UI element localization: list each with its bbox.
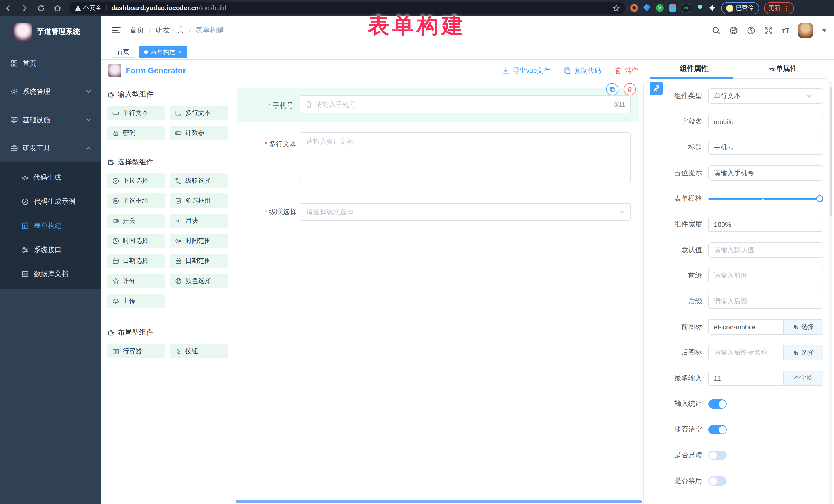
selected-form-item[interactable]: *手机号 请输入手机号 0/11 [237, 88, 639, 122]
form-canvas[interactable]: *手机号 请输入手机号 0/11 *多行文本 请输入多行文本 *级联选择 请选择… [234, 82, 643, 504]
palette-item-checkbox[interactable]: 多选框组 [170, 194, 228, 208]
not-secure-warning[interactable]: 不安全 [75, 4, 102, 12]
disabled-toggle[interactable] [708, 476, 727, 485]
clearable-toggle[interactable] [708, 425, 727, 434]
form-grid-slider[interactable] [708, 191, 823, 206]
sidebar-item-db-doc[interactable]: 数据库文档 [0, 262, 101, 286]
copy-code-button[interactable]: 复制代码 [564, 66, 601, 75]
field-name-input[interactable]: mobile [708, 114, 823, 129]
input-value: 手机号 [714, 143, 734, 152]
close-icon[interactable]: × [179, 49, 182, 54]
extension-icon[interactable] [643, 4, 651, 12]
palette-item-slider[interactable]: 滑块 [170, 214, 228, 228]
breadcrumb-devtools[interactable]: 研发工具 [155, 26, 184, 35]
prefix-icon-pick-button[interactable]: 选择 [783, 319, 823, 335]
horizontal-scrollbar[interactable] [236, 500, 642, 503]
github-icon[interactable] [729, 26, 738, 35]
component-type-select[interactable]: 单行文本 [708, 88, 823, 104]
palette-item-textarea[interactable]: 多行文本 [170, 106, 228, 120]
palette-item-switch[interactable]: 开关 [107, 214, 165, 228]
placeholder-input[interactable]: 请输入手机号 [708, 165, 823, 181]
extension-icon[interactable]: V [656, 4, 664, 12]
extension-icon[interactable] [708, 4, 716, 12]
sidebar-item-system[interactable]: 系统管理 [0, 83, 101, 100]
font-size-icon[interactable]: тT [782, 26, 789, 35]
sidebar-item-infra[interactable]: 基础设施 [0, 111, 101, 128]
palette-item-label: 按钮 [185, 347, 198, 355]
palette-item-date-range[interactable]: 日期范围 [170, 254, 228, 268]
tab-form-props[interactable]: 表单属性 [739, 60, 827, 78]
tag-form-builder[interactable]: 表单构建 × [139, 46, 187, 58]
extension-icon[interactable]: on [682, 4, 690, 12]
cascader-input[interactable]: 请选择级联选择 [300, 203, 631, 221]
textarea-input[interactable]: 请输入多行文本 [300, 132, 631, 182]
duplicate-item-button[interactable] [606, 83, 618, 95]
palette-item-button[interactable]: 按钮 [170, 344, 228, 358]
tag-home[interactable]: 首页 [112, 46, 134, 58]
palette-item-password[interactable]: 密码 [107, 126, 165, 140]
menu-dots-icon[interactable]: ⋮ [784, 4, 789, 12]
component-width-input[interactable]: 100% [708, 217, 823, 232]
palette-item-row-container[interactable]: 行容器 [107, 344, 165, 358]
paused-extension-badge[interactable]: 已暂停 [721, 2, 759, 14]
user-menu-caret-icon[interactable] [822, 29, 827, 32]
sidebar-item-codegen[interactable]: </> 代码生成 [0, 165, 101, 190]
clear-button[interactable]: 清空 [614, 66, 638, 75]
palette-item-date-picker[interactable]: 日期选择 [107, 254, 165, 268]
home-icon[interactable] [53, 4, 62, 12]
input-placeholder: 请输入后缀 [714, 297, 747, 306]
search-icon[interactable] [711, 26, 720, 35]
app-logo-row[interactable]: 芋道管理系统 [0, 16, 101, 48]
palette-item-counter[interactable]: 计数器 [170, 126, 228, 140]
slider-handle[interactable] [816, 195, 823, 202]
prefix-icon-input[interactable]: el-icon-mobile [708, 319, 783, 335]
show-count-toggle[interactable] [708, 399, 727, 409]
title-input[interactable]: 手机号 [708, 139, 823, 155]
default-value-input[interactable]: 请输入默认值 [708, 242, 823, 258]
fullscreen-icon[interactable] [764, 26, 773, 35]
browser-update-button[interactable]: 更新 ⋮ [764, 2, 794, 14]
palette-item-label: 单选框组 [123, 196, 148, 205]
palette-item-time-range[interactable]: 时间范围 [170, 234, 228, 248]
address-bar[interactable]: 不安全 dashboard.yudao.iocoder.cn /tool/bui… [69, 2, 625, 14]
palette-item-time-picker[interactable]: 时间选择 [107, 234, 165, 248]
sidebar-item-home[interactable]: 首页 [0, 55, 101, 72]
maxlength-input[interactable]: 11 [708, 371, 783, 386]
delete-item-button[interactable] [623, 83, 636, 95]
suffix-icon-input[interactable]: 请输入后图标名称 [708, 345, 783, 360]
suffix-icon-pick-button[interactable]: 选择 [783, 345, 823, 360]
palette-item-upload[interactable]: 上传 [107, 293, 165, 308]
maxlength-unit: 个字符 [783, 371, 823, 386]
palette-item-select[interactable]: 下拉选择 [107, 174, 165, 188]
palette-item-rate[interactable]: 评分 [107, 273, 165, 288]
gear-icon [10, 88, 18, 95]
breadcrumb-home[interactable]: 首页 [130, 26, 144, 35]
sidebar-item-api[interactable]: 系统接口 [0, 238, 101, 262]
prop-row-form-grid: 表单栅格 [650, 186, 827, 212]
sidebar-item-form-builder[interactable]: 表单构建 [0, 214, 101, 238]
sidebar-item-codegen-demo[interactable]: 代码生成示例 [0, 190, 101, 214]
sidebar-collapse-icon[interactable] [112, 27, 120, 34]
extension-icon[interactable] [630, 4, 638, 12]
user-avatar[interactable] [798, 23, 813, 38]
palette-item-radio[interactable]: 单选框组 [107, 194, 165, 208]
back-icon[interactable] [4, 4, 12, 12]
panel-scrollbar-thumb[interactable] [830, 87, 832, 216]
forward-icon[interactable] [21, 4, 29, 12]
extension-icon[interactable] [669, 4, 676, 12]
sidebar-item-devtools[interactable]: 研发工具 [0, 139, 101, 156]
palette-item-cascader[interactable]: 级联选择 [170, 174, 228, 188]
active-tab-indicator [650, 78, 733, 79]
palette-item-color-picker[interactable]: 颜色选择 [170, 273, 228, 288]
suffix-input[interactable]: 请输入后缀 [708, 293, 823, 309]
reload-icon[interactable] [37, 4, 45, 12]
help-icon[interactable] [746, 26, 755, 35]
bookmark-star-icon[interactable] [613, 4, 620, 12]
tab-component-props[interactable]: 组件属性 [650, 60, 739, 78]
mobile-input[interactable]: 请输入手机号 0/11 [300, 95, 631, 113]
extension-icon[interactable] [696, 4, 703, 12]
prefix-input[interactable]: 请输入前缀 [708, 268, 823, 283]
readonly-toggle[interactable] [708, 451, 727, 460]
export-vue-button[interactable]: 导出vue文件 [502, 66, 550, 75]
palette-item-single-line[interactable]: 单行文本 [107, 106, 165, 120]
